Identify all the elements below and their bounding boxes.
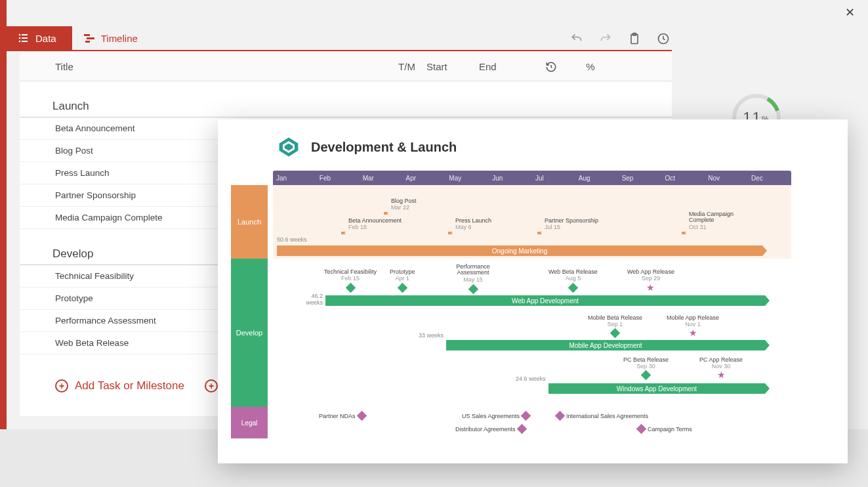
legal-milestone: International Sales Agreements: [556, 412, 648, 419]
milestone-marker: PC Beta Release Sep 30: [623, 357, 669, 380]
month-label: Aug: [575, 175, 619, 182]
svg-rect-1: [22, 34, 28, 35]
milestone-marker: PC App Release Nov 30 ★: [699, 357, 743, 379]
timeline-preview-panel: Development & Launch Jan Feb Mar Apr May…: [218, 119, 848, 463]
flag-icon: [383, 212, 390, 219]
milestone-marker: Prototype Apr 1: [390, 269, 415, 293]
months-axis: Jan Feb Mar Apr May Jun Jul Aug Sep Oct …: [273, 171, 791, 185]
flag-icon: [537, 232, 543, 238]
diamond-icon: [345, 283, 356, 293]
svg-rect-5: [22, 41, 28, 42]
lane-legal-label: Legal: [231, 407, 268, 438]
bar-webapp: Web App Development: [325, 295, 765, 306]
svg-rect-7: [87, 37, 94, 39]
tab-timeline[interactable]: Timeline: [72, 26, 154, 50]
svg-point-4: [19, 41, 21, 43]
legal-milestone: US Sales Agreements: [462, 412, 529, 419]
add-task-label: Add Task or Milestone: [75, 379, 184, 392]
flag-icon: [341, 232, 347, 238]
diamond-icon: [610, 328, 621, 339]
month-label: Feb: [316, 175, 360, 182]
milestone-marker: Mobile Beta Release Sep 1: [588, 315, 642, 338]
diamond-icon: [468, 284, 478, 295]
col-percent: %: [571, 61, 610, 72]
legal-milestone: Partner NDAs: [319, 412, 365, 419]
milestone-marker: Mobile App Release Nov 1 ★: [667, 315, 719, 337]
col-tm: T/M: [387, 61, 426, 72]
svg-rect-8: [85, 41, 90, 43]
redo-button[interactable]: [598, 31, 613, 47]
timeline-header: Development & Launch: [218, 135, 848, 171]
column-headers: Title T/M Start End %: [20, 53, 672, 81]
diamond-icon: [568, 283, 579, 293]
month-label: Sep: [619, 175, 662, 182]
diamond-icon: [356, 411, 367, 421]
duration-label: 33 weeks: [419, 332, 444, 339]
list-icon: [18, 33, 29, 43]
milestone-marker: Web Beta Release Aug 5: [548, 269, 598, 293]
month-label: Oct: [661, 175, 705, 182]
month-label: May: [445, 175, 489, 182]
diamond-icon: [521, 411, 531, 421]
col-start: Start: [426, 61, 479, 72]
diamond-icon: [641, 370, 651, 381]
month-label: Dec: [748, 175, 791, 182]
milestone-marker: Beta Announcement Feb 18: [348, 218, 402, 230]
month-label: Jan: [273, 175, 316, 182]
flag-icon: [447, 232, 454, 238]
milestone-marker: Blog Post Mar 22: [391, 198, 417, 211]
month-label: Jul: [532, 175, 575, 182]
svg-point-2: [19, 37, 21, 39]
svg-rect-6: [84, 34, 90, 36]
svg-rect-3: [22, 37, 28, 39]
star-icon: ★: [646, 282, 655, 293]
milestone-marker: Partner Sponsorship Jul 15: [545, 218, 598, 230]
col-history-icon: [531, 61, 571, 73]
month-label: Jun: [489, 175, 532, 182]
timeline-title: Development & Launch: [311, 140, 457, 155]
undo-button[interactable]: [569, 31, 585, 47]
tab-timeline-label: Timeline: [101, 33, 138, 44]
diamond-icon: [516, 424, 527, 434]
duration-label: 50.6 weeks: [277, 236, 307, 243]
duration-label: 46.2 weeks: [297, 293, 323, 306]
toolbar: [569, 26, 671, 51]
col-end: End: [479, 61, 531, 72]
month-label: Nov: [705, 175, 748, 182]
milestone-marker: Media Campaign Complete Oct 31: [689, 211, 748, 230]
legal-milestone: Distributor Agreements: [455, 425, 526, 433]
month-label: Apr: [402, 175, 445, 182]
duration-label: 24.6 weeks: [516, 375, 546, 382]
milestone-marker: Performance Assessment May 15: [444, 264, 503, 294]
timeline-chart: Jan Feb Mar Apr May Jun Jul Aug Sep Oct …: [273, 171, 791, 438]
clipboard-button[interactable]: [627, 31, 642, 47]
diamond-icon: [555, 411, 566, 421]
close-button[interactable]: ✕: [845, 5, 855, 20]
bar-ongoing-marketing: Ongoing Marketing: [277, 245, 762, 256]
col-title: Title: [20, 61, 387, 72]
tab-data[interactable]: Data: [7, 26, 72, 50]
lane-launch-label: Launch: [231, 185, 268, 259]
legal-milestone: Campaign Terms: [638, 425, 692, 433]
month-label: Mar: [360, 175, 403, 182]
milestone-marker: Press Launch May 6: [455, 218, 491, 230]
milestone-marker: Web App Release Sep 29 ★: [627, 269, 674, 292]
lane-develop: Develop Technical Feasibility Feb 15 Pro…: [273, 259, 791, 407]
star-icon: ★: [717, 370, 726, 380]
plus-icon: +: [55, 379, 68, 392]
section-launch-title: Launch: [20, 97, 672, 117]
history-button[interactable]: [655, 31, 671, 47]
milestone-marker: Technical Feasibility Feb 15: [324, 269, 377, 293]
tab-data-label: Data: [35, 33, 56, 44]
diamond-icon: [636, 424, 647, 434]
lane-legal: Legal Partner NDAs US Sales Agreements I…: [273, 407, 791, 438]
add-task-button[interactable]: + Add Task or Milestone +: [20, 370, 217, 392]
timeline-logo-icon: [277, 135, 300, 159]
plus-icon-secondary[interactable]: +: [205, 379, 218, 392]
bar-mobile: Mobile App Development: [446, 340, 765, 350]
bar-windows: Windows App Development: [548, 383, 765, 394]
timeline-tab-icon: [84, 33, 94, 43]
star-icon: ★: [689, 328, 697, 338]
diamond-icon: [397, 283, 407, 293]
svg-point-0: [19, 34, 21, 36]
